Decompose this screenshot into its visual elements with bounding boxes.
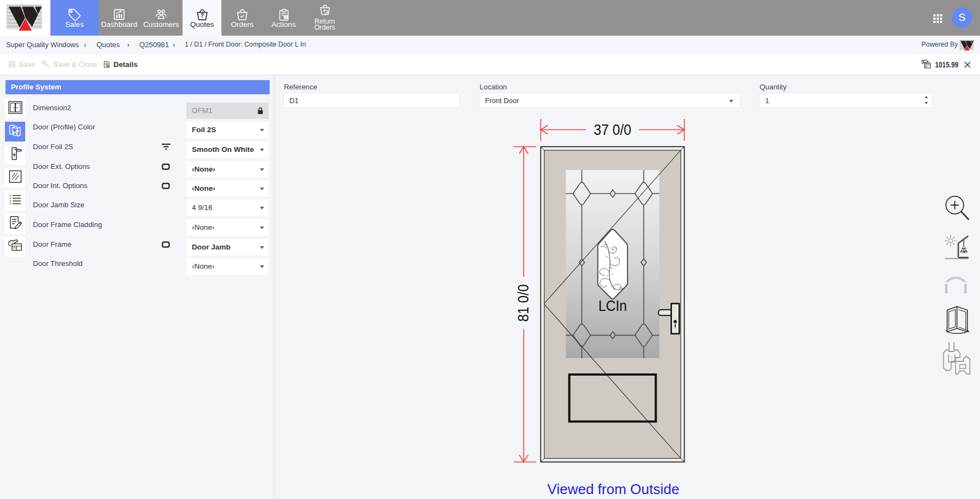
svg-text:Viewed from Outside: Viewed from Outside [548, 481, 680, 497]
svg-text:37 0/0: 37 0/0 [594, 121, 631, 138]
svg-text:LCIn: LCIn [599, 297, 627, 314]
svg-text:?: ? [200, 13, 203, 19]
svg-text:81 0/0: 81 0/0 [515, 284, 532, 322]
